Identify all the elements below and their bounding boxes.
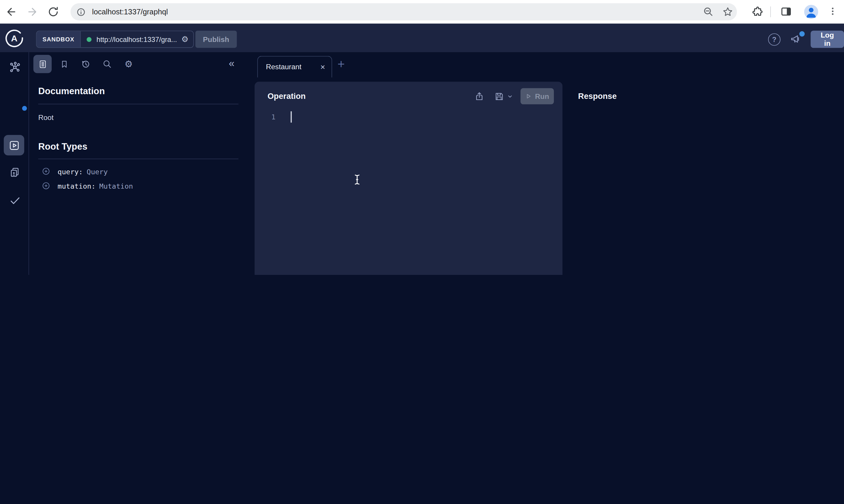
documentation-tab-icon[interactable] bbox=[33, 55, 52, 73]
operation-actions: Run bbox=[474, 88, 554, 105]
connection-status-dot bbox=[87, 37, 91, 42]
root-type-row-query: query:Query bbox=[41, 166, 108, 176]
field-type-link[interactable]: Mutation bbox=[99, 182, 133, 190]
search-icon[interactable] bbox=[98, 55, 116, 73]
divider bbox=[38, 104, 239, 105]
explorer-tab-active[interactable] bbox=[4, 135, 24, 156]
back-icon[interactable] bbox=[5, 6, 17, 18]
save-menu-chevron-icon[interactable] bbox=[507, 93, 513, 99]
divider bbox=[38, 159, 239, 159]
share-operation-icon[interactable] bbox=[474, 91, 485, 102]
help-icon[interactable]: ? bbox=[768, 33, 780, 46]
url-text: localhost:1337/graphql bbox=[92, 7, 168, 16]
endpoint-settings-icon[interactable]: ⚙ bbox=[181, 34, 189, 44]
app-header: A SANDBOX http://localhost:1337/gra... ⚙… bbox=[0, 24, 844, 52]
svg-text:A: A bbox=[11, 33, 18, 43]
root-type-row-mutation: mutation:Mutation bbox=[41, 181, 133, 191]
response-title: Response bbox=[578, 92, 617, 101]
left-rail: » bbox=[0, 52, 29, 275]
field-name[interactable]: mutation: bbox=[57, 182, 96, 190]
collapse-panel-icon[interactable]: « bbox=[229, 57, 234, 69]
operation-panel: Operation Run 1 Variables Headers bbox=[255, 82, 562, 275]
schema-graph-icon[interactable] bbox=[9, 61, 20, 72]
login-button[interactable]: Log in bbox=[811, 31, 844, 48]
add-field-icon[interactable] bbox=[41, 181, 51, 191]
sandbox-badge: SANDBOX bbox=[37, 31, 81, 47]
operation-editor[interactable] bbox=[268, 109, 549, 275]
settings-gear-icon[interactable]: ⚙ bbox=[120, 55, 138, 73]
field-name[interactable]: query: bbox=[57, 168, 83, 176]
apollo-logo[interactable]: A bbox=[5, 29, 23, 47]
toolbar-divider bbox=[770, 6, 771, 17]
bookmark-star-icon[interactable] bbox=[722, 6, 733, 17]
root-types-title: Root Types bbox=[38, 141, 87, 152]
reload-icon[interactable] bbox=[47, 6, 59, 18]
history-icon[interactable] bbox=[76, 55, 94, 73]
tab-label: Restaurant bbox=[266, 63, 301, 71]
schema-notification-dot bbox=[22, 106, 27, 111]
browser-profile-avatar[interactable] bbox=[804, 5, 818, 19]
checks-icon[interactable] bbox=[9, 195, 21, 206]
run-play-icon bbox=[526, 93, 532, 100]
address-bar[interactable]: localhost:1337/graphql bbox=[70, 3, 737, 20]
field-type-link[interactable]: Query bbox=[87, 168, 108, 176]
endpoint-input[interactable]: http://localhost:1337/gra... bbox=[96, 35, 177, 43]
browser-menu-icon[interactable] bbox=[828, 6, 838, 16]
documentation-title: Documentation bbox=[38, 86, 105, 97]
documentation-panel: ⚙ « Documentation Root Root Types query:… bbox=[29, 52, 254, 275]
operation-tab-restaurant[interactable]: Restaurant × bbox=[257, 56, 332, 77]
side-panel-icon[interactable] bbox=[780, 6, 792, 17]
extensions-icon[interactable] bbox=[752, 6, 763, 17]
operation-title: Operation bbox=[268, 92, 306, 101]
saved-operations-icon[interactable] bbox=[55, 55, 73, 73]
zoom-out-icon[interactable] bbox=[703, 6, 714, 17]
publish-button[interactable]: Publish bbox=[195, 31, 237, 48]
apollo-sandbox-window: localhost:1337/graphql A bbox=[0, 0, 844, 275]
browser-toolbar: localhost:1337/graphql bbox=[0, 0, 844, 24]
save-operation-icon[interactable] bbox=[494, 91, 504, 102]
documentation-toolbar: ⚙ bbox=[33, 55, 138, 73]
mouse-ibeam-cursor bbox=[353, 174, 362, 185]
forward-icon[interactable] bbox=[27, 6, 38, 18]
add-field-icon[interactable] bbox=[41, 167, 51, 176]
endpoint-group: SANDBOX http://localhost:1337/gra... ⚙ bbox=[36, 31, 194, 48]
response-panel bbox=[565, 108, 844, 275]
root-doc-item[interactable]: Root bbox=[38, 113, 53, 122]
notification-dot bbox=[799, 31, 805, 36]
site-info-icon[interactable] bbox=[76, 7, 85, 16]
new-tab-icon[interactable]: + bbox=[338, 57, 345, 71]
changelog-diff-icon[interactable] bbox=[9, 167, 20, 178]
run-button[interactable]: Run bbox=[520, 88, 554, 105]
close-tab-icon[interactable]: × bbox=[321, 62, 325, 72]
